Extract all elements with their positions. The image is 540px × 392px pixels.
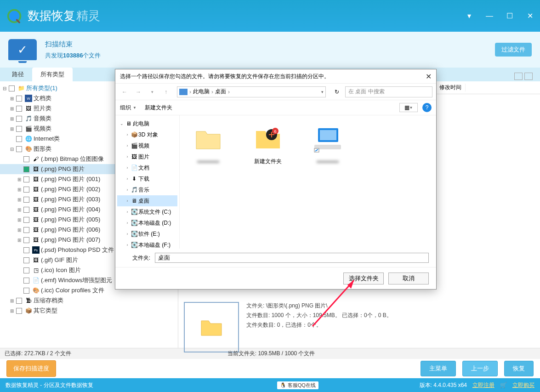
- organize-button[interactable]: 组织▼: [120, 104, 136, 112]
- register-link[interactable]: 立即注册: [472, 381, 495, 389]
- png-icon: 🖼: [32, 186, 40, 193]
- tree-other[interactable]: ⊞📦其它类型: [0, 306, 178, 316]
- dtree-music[interactable]: ›🎵音乐: [117, 184, 177, 195]
- disk-icon: 💽: [130, 209, 138, 215]
- nav-up-button[interactable]: ↑: [160, 86, 171, 97]
- svg-rect-7: [320, 130, 336, 140]
- photo-icon: 🖼: [25, 105, 32, 112]
- folder-input[interactable]: [155, 253, 429, 263]
- info-folders: 文件夹数目: 0，已选择：0个。: [246, 321, 392, 329]
- emf-icon: 📄: [32, 277, 40, 284]
- refresh-button[interactable]: ↻: [331, 86, 342, 97]
- close-button[interactable]: ✕: [525, 11, 534, 21]
- col-mtime[interactable]: 修改时间: [436, 84, 466, 91]
- save-progress-button[interactable]: 保存扫描进度: [6, 360, 56, 377]
- folder-icon: 📁: [17, 85, 25, 92]
- dropdown-icon[interactable]: ▾: [465, 11, 474, 21]
- globe-icon: 🌐: [25, 135, 32, 142]
- dtree-e[interactable]: ›💽软件 (E:): [117, 228, 177, 239]
- scan-complete-icon: ✓: [8, 39, 37, 60]
- cart-icon: 🛒: [500, 382, 507, 388]
- dtree-d[interactable]: ›💽本地磁盘 (D:): [117, 217, 177, 228]
- folder-thumb-icon: [184, 302, 239, 352]
- folder-picker-dialog: 选择一个路径以保存您勾选的文件。请勿将要恢复的文件保存在您当前扫描的分区中。 ✕…: [115, 69, 437, 290]
- search-input[interactable]: 在 桌面 中搜索: [345, 86, 432, 97]
- psd-icon: Ps: [32, 246, 40, 254]
- buy-link[interactable]: 立即购买: [512, 381, 534, 389]
- png-icon: 🖼: [32, 165, 40, 173]
- other-icon: 📦: [25, 307, 32, 314]
- archive-icon: 🗜: [25, 297, 32, 304]
- cancel-button[interactable]: 取消: [388, 273, 429, 284]
- new-folder-button[interactable]: 新建文件夹: [145, 104, 172, 112]
- dtree-pictures[interactable]: ›🖼图片: [117, 151, 177, 162]
- dialog-title: 选择一个路径以保存您勾选的文件。请勿将要恢复的文件保存在您当前扫描的分区中。: [120, 73, 330, 80]
- png-icon: 🖼: [32, 216, 40, 223]
- desktop-icon: 🖥: [130, 198, 138, 204]
- dialog-title-bar: 选择一个路径以保存您勾选的文件。请勿将要恢复的文件保存在您当前扫描的分区中。 ✕: [115, 69, 436, 83]
- select-folder-button[interactable]: 选择文件夹: [343, 273, 384, 284]
- dialog-buttons: 选择文件夹 取消: [115, 267, 436, 289]
- png-icon: 🖼: [32, 226, 40, 233]
- dtree-c[interactable]: ›💽系统文件 (C:): [117, 206, 177, 217]
- dtree-f[interactable]: ›💽本地磁盘 (F:): [117, 239, 177, 250]
- dtree-video[interactable]: ›🎬视频: [117, 140, 177, 151]
- nav-back-button[interactable]: ←: [119, 86, 130, 97]
- view-mode-button[interactable]: ▦ ▼: [399, 103, 418, 112]
- music-icon: 🎵: [130, 187, 138, 193]
- png-icon: 🖼: [32, 196, 40, 203]
- help-button[interactable]: ?: [422, 103, 432, 112]
- view-list-button[interactable]: [524, 73, 533, 80]
- svg-text:6: 6: [274, 129, 276, 134]
- bmp-icon: 🖌: [32, 155, 40, 163]
- docs-icon: 📄: [130, 165, 138, 171]
- filter-files-button[interactable]: 过滤文件: [495, 43, 532, 57]
- main-menu-button[interactable]: 主菜单: [421, 361, 456, 376]
- gif-icon: 🖼: [32, 256, 40, 264]
- tab-path[interactable]: 路径: [4, 68, 32, 81]
- current-folder-info: 当前文件夹: 109.5MB / 1000 个文件: [227, 350, 315, 358]
- selected-info: 已选择: 272.7KB / 2 个文件: [5, 350, 71, 358]
- breadcrumb-dropdown-icon[interactable]: ▾: [321, 90, 324, 94]
- audio-icon: 🎵: [25, 115, 32, 122]
- dialog-content[interactable]: ▬▬▬▬ 6 新建文件夹 ▬▬▬▬: [180, 115, 436, 249]
- dtree-downloads[interactable]: ›⬇下载: [117, 173, 177, 184]
- graphics-icon: 🎨: [25, 145, 32, 153]
- icc-icon: 🎨: [32, 287, 40, 294]
- file-item-shortcut[interactable]: ▬▬▬▬: [305, 121, 351, 164]
- view-grid-button[interactable]: [514, 73, 523, 80]
- footer-app: 数据恢复精灵 - 分区及文件数据恢复: [6, 381, 93, 389]
- tree-archive[interactable]: ⊞🗜压缩存档类: [0, 295, 178, 306]
- info-files: 文件数目: 1000 个，大小：109.5MB。 已选择：0个，0 B。: [246, 312, 392, 319]
- tab-all-types[interactable]: 所有类型: [32, 68, 73, 81]
- file-item-new-folder[interactable]: 6 新建文件夹: [245, 121, 291, 165]
- dialog-close-button[interactable]: ✕: [426, 72, 432, 81]
- footer: 数据恢复精灵 - 分区及文件数据恢复 🐧 客服QQ在线 版本: 4.4.0.43…: [0, 378, 540, 392]
- disk-icon: 💽: [130, 242, 138, 248]
- action-bar: 保存扫描进度 主菜单 上一步 恢复: [0, 359, 540, 378]
- nav-forward-button[interactable]: →: [133, 86, 144, 97]
- dtree-pc[interactable]: ⌄🖥此电脑: [117, 118, 177, 129]
- scan-status: 扫描结束: [45, 40, 101, 49]
- dtree-desktop[interactable]: ›🖥桌面: [117, 195, 177, 206]
- dtree-docs[interactable]: ›📄文档: [117, 162, 177, 173]
- app-logo-icon: [6, 7, 23, 25]
- breadcrumb[interactable]: › 此电脑 › 桌面 › ▾: [177, 86, 326, 97]
- png-icon: 🖼: [32, 206, 40, 213]
- prev-button[interactable]: 上一步: [462, 361, 498, 376]
- file-item-folder1[interactable]: ▬▬▬▬: [185, 121, 231, 164]
- recover-button[interactable]: 恢复: [504, 361, 534, 376]
- nav-history-button[interactable]: ▾: [147, 86, 158, 97]
- info-path: 文件夹: \图形类\(.png) PNG 图片\: [246, 302, 392, 310]
- dialog-toolbar: 组织▼ 新建文件夹 ▦ ▼ ?: [115, 100, 436, 115]
- dtree-3d[interactable]: ›📦3D 对象: [117, 129, 177, 140]
- maximize-button[interactable]: ☐: [505, 11, 514, 21]
- version-label: 版本: 4.4.0.435 x64: [420, 381, 467, 389]
- folder-preview: 文件夹: \图形类\(.png) PNG 图片\ 文件数目: 1000 个，大小…: [178, 296, 540, 358]
- video-icon: 🎬: [130, 142, 138, 149]
- word-icon: W: [25, 95, 32, 102]
- ico-icon: ◳: [32, 267, 40, 274]
- qq-support[interactable]: 🐧 客服QQ在线: [277, 381, 318, 389]
- minimize-button[interactable]: —: [485, 11, 494, 21]
- dialog-tree[interactable]: ⌄🖥此电脑 ›📦3D 对象 ›🎬视频 ›🖼图片 ›📄文档 ›⬇下载 ›🎵音乐 ›…: [115, 115, 180, 249]
